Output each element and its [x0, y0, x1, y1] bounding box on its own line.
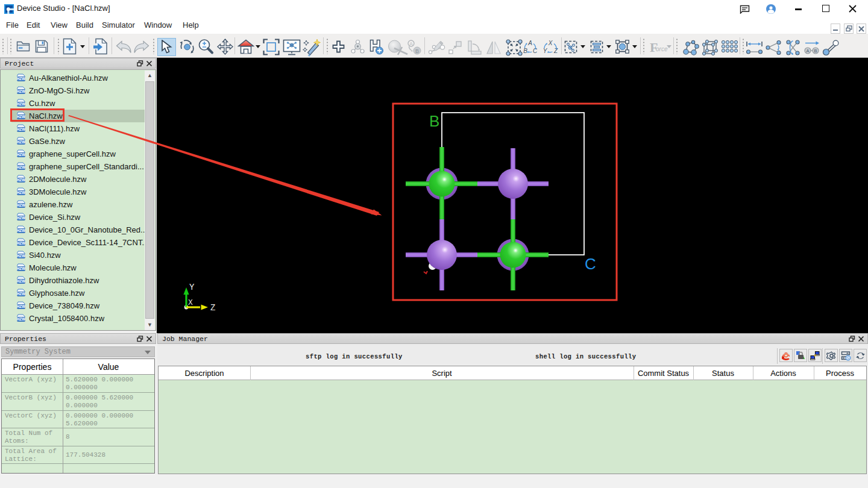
svg-text:B: B	[429, 112, 439, 130]
svg-text:X: X	[548, 40, 553, 46]
svg-text:A: A	[409, 41, 413, 47]
svg-text:B: B	[523, 48, 527, 54]
svg-text:Z: Z	[210, 303, 215, 313]
svg-text:B: B	[814, 48, 817, 54]
svg-text:A: A	[806, 48, 809, 54]
svg-text:Y: Y	[543, 48, 548, 54]
svg-text:Y: Y	[189, 283, 195, 292]
svg-text:A: A	[527, 40, 532, 46]
svg-text:C: C	[585, 255, 596, 273]
svg-text:C: C	[533, 48, 537, 54]
svg-text:X: X	[188, 298, 193, 307]
svg-text:Z: Z	[553, 48, 558, 54]
svg-text:B: B	[415, 48, 419, 54]
